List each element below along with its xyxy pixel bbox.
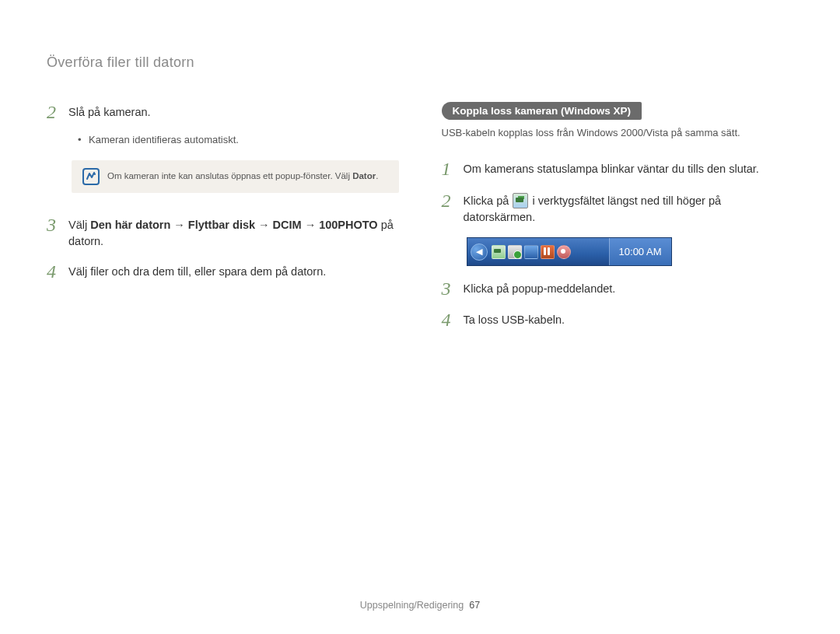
s3-b3: DCIM xyxy=(273,219,302,231)
footer-section: Uppspelning/Redigering xyxy=(360,600,464,611)
left-column: 2 Slå på kameran. Kameran identifieras a… xyxy=(47,102,399,342)
right-step-1: 1 Om kamerans statuslampa blinkar väntar… xyxy=(442,159,794,179)
step-number: 2 xyxy=(442,191,464,211)
step-text: Välj Den här datorn→Flyttbar disk→DCIM→1… xyxy=(68,215,399,251)
step-number: 1 xyxy=(442,159,464,179)
note-icon xyxy=(82,168,100,185)
step-text: Ta loss USB-kabeln. xyxy=(464,310,565,329)
step-text: Klicka på i verktygsfältet längst ned ti… xyxy=(464,191,794,227)
right-step-4: 4 Ta loss USB-kabeln. xyxy=(442,310,794,330)
safely-remove-icon xyxy=(513,193,528,208)
step-number: 3 xyxy=(442,278,464,299)
left-step-2: 2 Slå på kameran. xyxy=(47,102,399,122)
right-step-3: 3 Klicka på popup-meddelandet. xyxy=(442,278,794,299)
section-pill: Koppla loss kameran (Windows XP) xyxy=(442,102,642,120)
note-bold: Dator xyxy=(352,171,376,180)
taskbar-clock: 10:00 AM xyxy=(609,238,671,265)
tray-safely-remove-icon xyxy=(492,245,506,259)
right-column: Koppla loss kameran (Windows XP) USB-kab… xyxy=(442,102,794,342)
s3-prefix: Välj xyxy=(68,219,90,231)
page-number: 67 xyxy=(469,600,480,611)
bullet-item: Kameran identifieras automatiskt. xyxy=(78,133,399,147)
content-columns: 2 Slå på kameran. Kameran identifieras a… xyxy=(47,102,793,342)
s3-b2: Flyttbar disk xyxy=(188,219,255,231)
arrow-icon: → xyxy=(302,219,320,231)
tray-icons xyxy=(492,245,571,259)
step-number: 2 xyxy=(47,102,68,122)
step-text: Om kamerans statuslampa blinkar väntar d… xyxy=(464,159,759,178)
bullet-list: Kameran identifieras automatiskt. xyxy=(78,133,399,147)
page-footer: Uppspelning/Redigering 67 xyxy=(0,600,840,611)
s3-b1: Den här datorn xyxy=(90,219,170,231)
left-step-3: 3 Välj Den här datorn→Flyttbar disk→DCIM… xyxy=(47,215,399,251)
step-text: Välj filer och dra dem till, eller spara… xyxy=(68,261,326,281)
arrow-icon: → xyxy=(255,219,273,231)
note-suffix: . xyxy=(376,171,378,180)
note-box: Om kameran inte kan anslutas öppnas ett … xyxy=(72,160,399,193)
note-text: Om kameran inte kan anslutas öppnas ett … xyxy=(107,170,378,182)
taskbar-expand-icon: ◀ xyxy=(471,243,488,261)
tray-network-icon xyxy=(524,245,538,259)
page-title: Överföra filer till datorn xyxy=(47,54,793,71)
tray-volume-icon xyxy=(541,245,555,259)
right-step-2: 2 Klicka på i verktygsfältet längst ned … xyxy=(442,191,794,227)
step-number: 3 xyxy=(47,215,68,235)
tray-status-icon xyxy=(557,245,571,259)
arrow-icon: → xyxy=(170,219,188,231)
step-number: 4 xyxy=(442,310,464,330)
tray-shield-icon xyxy=(508,245,522,259)
step-number: 4 xyxy=(47,261,68,282)
note-prefix: Om kameran inte kan anslutas öppnas ett … xyxy=(107,171,352,180)
taskbar-image: ◀ 10:00 AM xyxy=(467,237,672,266)
s3-b4: 100PHOTO xyxy=(319,219,378,231)
s2-pre: Klicka på xyxy=(464,194,513,207)
step-text: Klicka på popup-meddelandet. xyxy=(464,278,616,298)
left-step-4: 4 Välj filer och dra dem till, eller spa… xyxy=(47,261,399,282)
sub-note: USB-kabeln kopplas loss från Windows 200… xyxy=(442,126,794,140)
step-text: Slå på kameran. xyxy=(68,102,151,121)
